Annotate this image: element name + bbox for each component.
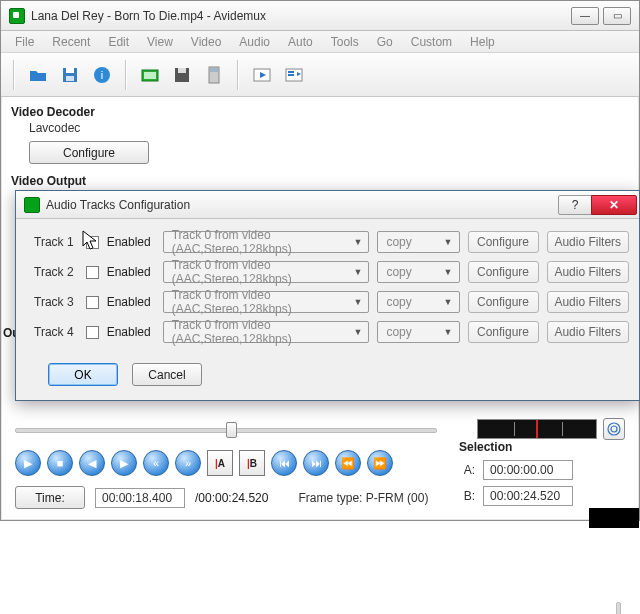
- menu-video[interactable]: Video: [183, 33, 229, 51]
- svg-rect-6: [144, 72, 156, 79]
- menu-custom[interactable]: Custom: [403, 33, 460, 51]
- video-decoder-label: Video Decoder: [11, 105, 629, 119]
- track1-source-combo[interactable]: Track 0 from video (AAC,Stereo,128kbps)▼: [163, 231, 370, 253]
- menu-view[interactable]: View: [139, 33, 181, 51]
- chevron-down-icon: ▼: [438, 327, 453, 337]
- play-button[interactable]: ▶: [15, 450, 41, 476]
- prev-frame-button[interactable]: ◀: [79, 450, 105, 476]
- menu-file[interactable]: File: [7, 33, 42, 51]
- cancel-button[interactable]: Cancel: [132, 363, 202, 386]
- prev-keyframe-button[interactable]: «: [143, 450, 169, 476]
- goto-b-button[interactable]: ⏩: [367, 450, 393, 476]
- frame-type-label: Frame type: P-FRM (00): [298, 491, 428, 505]
- svg-rect-1: [66, 68, 74, 73]
- track-label: Track 1: [34, 235, 78, 249]
- menu-edit[interactable]: Edit: [100, 33, 137, 51]
- track2-filters-button[interactable]: Audio Filters: [547, 261, 630, 283]
- track-row: Track 2 Enabled Track 0 from video (AAC,…: [34, 261, 629, 283]
- picture-open-icon[interactable]: [137, 62, 163, 88]
- window-titlebar: Lana Del Rey - Born To Die.mp4 - Avidemu…: [1, 1, 639, 31]
- save-icon[interactable]: [57, 62, 83, 88]
- chevron-down-icon: ▼: [347, 267, 362, 277]
- track3-enabled-checkbox[interactable]: [86, 296, 99, 309]
- menu-tools[interactable]: Tools: [323, 33, 367, 51]
- track2-configure-button[interactable]: Configure: [468, 261, 539, 283]
- main-toolbar: i: [1, 53, 639, 97]
- track2-enabled-checkbox[interactable]: [86, 266, 99, 279]
- timeline-slider[interactable]: [15, 419, 437, 439]
- menu-bar: File Recent Edit View Video Audio Auto T…: [1, 31, 639, 53]
- maximize-button[interactable]: ▭: [603, 7, 631, 25]
- menu-recent[interactable]: Recent: [44, 33, 98, 51]
- track-label: Track 2: [34, 265, 78, 279]
- set-marker-b-button[interactable]: |B: [239, 450, 265, 476]
- menu-go[interactable]: Go: [369, 33, 401, 51]
- svg-rect-14: [288, 74, 294, 76]
- dialog-close-button[interactable]: ✕: [591, 195, 637, 215]
- duration-label: /00:00:24.520: [195, 491, 268, 505]
- track4-source-combo[interactable]: Track 0 from video (AAC,Stereo,128kbps)▼: [163, 321, 370, 343]
- time-button[interactable]: Time:: [15, 486, 85, 509]
- track4-enabled-checkbox[interactable]: [86, 326, 99, 339]
- stop-button[interactable]: ■: [47, 450, 73, 476]
- track-row: Track 3 Enabled Track 0 from video (AAC,…: [34, 291, 629, 313]
- menu-help[interactable]: Help: [462, 33, 503, 51]
- vu-meter: [477, 419, 597, 439]
- track1-configure-button[interactable]: Configure: [468, 231, 539, 253]
- goto-a-button[interactable]: ⏪: [335, 450, 361, 476]
- track-row: Track 4 Enabled Track 0 from video (AAC,…: [34, 321, 629, 343]
- marker-b-value: 00:00:24.520: [483, 486, 573, 506]
- menu-audio[interactable]: Audio: [231, 33, 278, 51]
- track1-filters-button[interactable]: Audio Filters: [547, 231, 630, 253]
- track4-configure-button[interactable]: Configure: [468, 321, 539, 343]
- preview-strip-2: [589, 508, 639, 528]
- track4-filters-button[interactable]: Audio Filters: [547, 321, 630, 343]
- menu-auto[interactable]: Auto: [280, 33, 321, 51]
- enabled-label: Enabled: [107, 265, 151, 279]
- selection-label: Selection: [459, 440, 621, 454]
- picture-save-icon[interactable]: [169, 62, 195, 88]
- set-marker-a-button[interactable]: |A: [207, 450, 233, 476]
- svg-point-15: [608, 423, 620, 435]
- track1-enabled-checkbox[interactable]: [86, 236, 99, 249]
- svg-rect-8: [178, 68, 186, 73]
- marker-a-value: 00:00:00.00: [483, 460, 573, 480]
- configure-decoder-button[interactable]: Configure: [29, 141, 149, 164]
- chevron-down-icon: ▼: [347, 297, 362, 307]
- next-keyframe-button[interactable]: »: [175, 450, 201, 476]
- track-label: Track 3: [34, 295, 78, 309]
- track2-source-combo[interactable]: Track 0 from video (AAC,Stereo,128kbps)▼: [163, 261, 370, 283]
- track3-configure-button[interactable]: Configure: [468, 291, 539, 313]
- svg-rect-10: [210, 68, 218, 72]
- ok-button[interactable]: OK: [48, 363, 118, 386]
- dialog-help-button[interactable]: ?: [558, 195, 592, 215]
- info-icon[interactable]: i: [89, 62, 115, 88]
- time-value-box[interactable]: 00:00:18.400: [95, 488, 185, 508]
- chevron-down-icon: ▼: [347, 237, 362, 247]
- marker-b-label: B:: [459, 489, 475, 503]
- chevron-down-icon: ▼: [438, 297, 453, 307]
- playback-controls: ▶ ■ ◀ ▶ « » |A |B ⏮ ⏭ ⏪ ⏩: [15, 450, 428, 476]
- track3-source-combo[interactable]: Track 0 from video (AAC,Stereo,128kbps)▼: [163, 291, 370, 313]
- goto-start-button[interactable]: ⏮: [271, 450, 297, 476]
- svg-rect-13: [288, 71, 294, 73]
- marker-a-label: A:: [459, 463, 475, 477]
- playlist-tool-icon[interactable]: [281, 62, 307, 88]
- play-tool-icon[interactable]: [249, 62, 275, 88]
- enabled-label: Enabled: [107, 235, 151, 249]
- minimize-button[interactable]: —: [571, 7, 599, 25]
- calculator-icon[interactable]: [201, 62, 227, 88]
- track4-codec-combo[interactable]: copy▼: [377, 321, 459, 343]
- track1-codec-combo[interactable]: copy▼: [377, 231, 459, 253]
- track2-codec-combo[interactable]: copy▼: [377, 261, 459, 283]
- track3-codec-combo[interactable]: copy▼: [377, 291, 459, 313]
- track3-filters-button[interactable]: Audio Filters: [547, 291, 630, 313]
- goto-end-button[interactable]: ⏭: [303, 450, 329, 476]
- next-frame-button[interactable]: ▶: [111, 450, 137, 476]
- track-label: Track 4: [34, 325, 78, 339]
- open-icon[interactable]: [25, 62, 51, 88]
- volume-slider[interactable]: [609, 602, 625, 614]
- chevron-down-icon: ▼: [347, 327, 362, 337]
- track-row: Track 1 Enabled Track 0 from video (AAC,…: [34, 231, 629, 253]
- audio-toggle-button[interactable]: [603, 418, 625, 440]
